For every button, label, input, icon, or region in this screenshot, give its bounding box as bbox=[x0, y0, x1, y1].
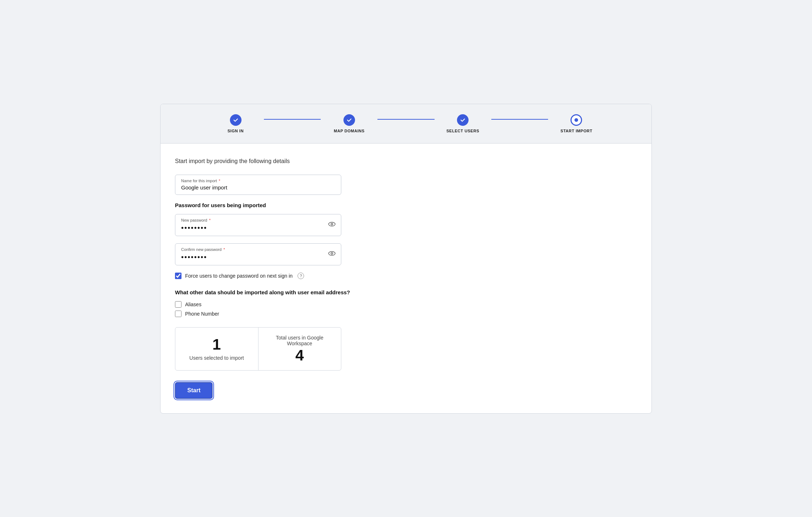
step-start-import: START IMPORT bbox=[548, 114, 605, 133]
toggle-confirm-password-icon[interactable] bbox=[328, 249, 336, 259]
required-star-pwd: * bbox=[208, 218, 210, 222]
aliases-checkbox[interactable] bbox=[175, 301, 181, 308]
step-label-map-domains: MAP DOMAINS bbox=[334, 129, 364, 133]
total-users-number: 4 bbox=[295, 348, 304, 363]
new-password-field: New password * •••••••• bbox=[175, 214, 637, 236]
connector-2 bbox=[377, 119, 434, 120]
step-select-users: SELECT USERS bbox=[435, 114, 491, 133]
step-label-select-users: SELECT USERS bbox=[446, 129, 479, 133]
connector-1 bbox=[264, 119, 321, 120]
users-selected-label: Users selected to import bbox=[189, 355, 244, 361]
start-button[interactable]: Start bbox=[175, 382, 213, 399]
required-star-confirm: * bbox=[222, 247, 225, 252]
other-data-title: What other data should be imported along… bbox=[175, 289, 637, 295]
stepper: SIGN IN MAP DOMAINS SELECT USERS bbox=[161, 104, 651, 144]
step-map-domains: MAP DOMAINS bbox=[321, 114, 377, 133]
confirm-password-label: Confirm new password * bbox=[181, 247, 335, 252]
step-label-start-import: START IMPORT bbox=[560, 129, 592, 133]
svg-point-1 bbox=[331, 223, 333, 225]
force-change-help-icon[interactable]: ? bbox=[298, 273, 304, 279]
import-name-field: Name for this import * Google user impor… bbox=[175, 175, 637, 195]
import-name-label: Name for this import * bbox=[181, 179, 335, 183]
step-sign-in: SIGN IN bbox=[207, 114, 264, 133]
new-password-input-wrapper[interactable]: New password * •••••••• bbox=[175, 214, 341, 236]
svg-point-3 bbox=[331, 253, 333, 255]
stepper-inner: SIGN IN MAP DOMAINS SELECT USERS bbox=[207, 114, 605, 133]
total-users-label: Total users in Google Workspace bbox=[267, 335, 333, 346]
password-section-title: Password for users being imported bbox=[175, 202, 637, 208]
step-circle-start-import bbox=[570, 114, 582, 126]
active-dot bbox=[574, 118, 578, 122]
users-selected-number: 1 bbox=[213, 337, 221, 352]
main-container: SIGN IN MAP DOMAINS SELECT USERS bbox=[160, 104, 652, 414]
users-selected-stat: 1 Users selected to import bbox=[175, 328, 258, 370]
step-circle-sign-in bbox=[230, 114, 242, 126]
phone-checkbox[interactable] bbox=[175, 311, 181, 317]
confirm-password-value: •••••••• bbox=[181, 253, 207, 261]
step-label-sign-in: SIGN IN bbox=[227, 129, 244, 133]
force-change-checkbox[interactable] bbox=[175, 273, 181, 279]
confirm-password-field: Confirm new password * •••••••• bbox=[175, 243, 637, 265]
step-circle-select-users bbox=[457, 114, 469, 126]
connector-3 bbox=[491, 119, 548, 120]
new-password-value: •••••••• bbox=[181, 224, 207, 232]
step-circle-map-domains bbox=[343, 114, 355, 126]
checkmark-icon-3 bbox=[460, 117, 466, 123]
force-change-label[interactable]: Force users to change password on next s… bbox=[185, 273, 292, 279]
data-checkboxes: Aliases Phone Number bbox=[175, 301, 637, 317]
phone-label[interactable]: Phone Number bbox=[185, 311, 219, 317]
new-password-label: New password * bbox=[181, 218, 335, 222]
toggle-password-icon[interactable] bbox=[328, 220, 336, 230]
svg-point-2 bbox=[329, 252, 335, 256]
checkmark-icon-1 bbox=[233, 117, 239, 123]
stats-row: 1 Users selected to import Total users i… bbox=[175, 327, 341, 371]
content-area: Start import by providing the following … bbox=[161, 144, 651, 413]
aliases-label[interactable]: Aliases bbox=[185, 302, 201, 307]
import-name-input-wrapper[interactable]: Name for this import * Google user impor… bbox=[175, 175, 341, 195]
total-users-stat: Total users in Google Workspace 4 bbox=[258, 328, 341, 370]
phone-row: Phone Number bbox=[175, 311, 637, 317]
confirm-password-input-wrapper[interactable]: Confirm new password * •••••••• bbox=[175, 243, 341, 265]
section-description: Start import by providing the following … bbox=[175, 158, 637, 164]
import-name-value: Google user import bbox=[181, 184, 227, 191]
aliases-row: Aliases bbox=[175, 301, 637, 308]
required-star-name: * bbox=[218, 179, 220, 183]
svg-point-0 bbox=[329, 222, 335, 226]
checkmark-icon-2 bbox=[346, 117, 352, 123]
force-change-row: Force users to change password on next s… bbox=[175, 273, 637, 279]
